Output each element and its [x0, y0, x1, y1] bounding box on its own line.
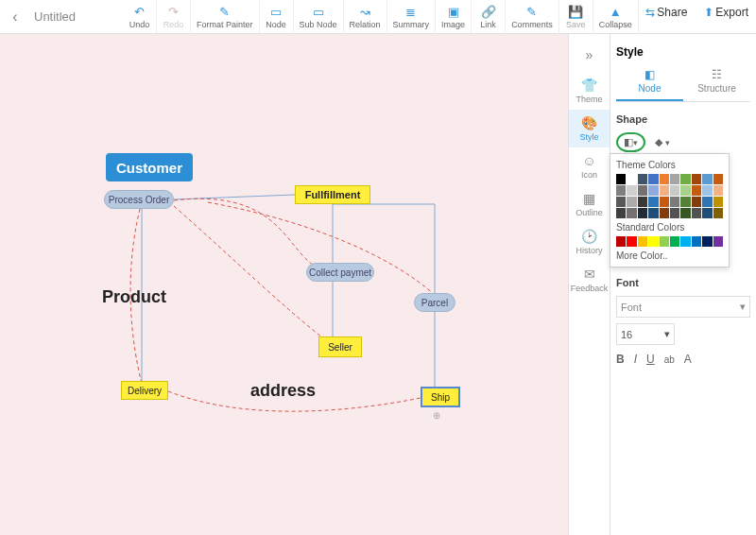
color-swatch[interactable] — [713, 197, 723, 207]
color-swatch[interactable] — [638, 197, 647, 207]
image-button[interactable]: ▣Image — [436, 0, 472, 34]
color-swatch[interactable] — [692, 208, 701, 218]
color-swatch[interactable] — [692, 197, 701, 207]
color-swatch[interactable] — [648, 236, 658, 247]
link-button[interactable]: 🔗Link — [472, 0, 506, 34]
bold-button[interactable]: B — [616, 353, 625, 366]
node-customer[interactable]: Customer — [106, 153, 193, 181]
relation-button[interactable]: ↝Relation — [344, 0, 387, 34]
format-painter-button[interactable]: ✎Format Painter — [191, 0, 260, 34]
color-swatch[interactable] — [627, 197, 636, 207]
color-swatch[interactable] — [648, 197, 658, 207]
color-swatch[interactable] — [680, 174, 690, 184]
node-collect-payment[interactable]: Collect paymet — [306, 263, 374, 282]
color-swatch[interactable] — [680, 185, 690, 196]
color-swatch[interactable] — [713, 208, 723, 218]
color-swatch[interactable] — [648, 208, 658, 218]
color-swatch[interactable] — [660, 185, 669, 196]
color-swatch[interactable] — [713, 185, 723, 196]
font-color-button[interactable]: A — [684, 353, 692, 366]
color-swatch[interactable] — [670, 208, 679, 218]
color-swatch[interactable] — [616, 185, 626, 196]
underline-button[interactable]: U — [646, 353, 655, 366]
color-swatch[interactable] — [638, 185, 647, 196]
color-swatch[interactable] — [616, 236, 626, 247]
node-fulfillment[interactable]: Fullfillment — [295, 185, 370, 204]
color-swatch[interactable] — [660, 236, 669, 247]
sidestrip-feedback[interactable]: ✉Feedback — [569, 261, 610, 299]
font-family-select[interactable]: Font▾ — [616, 296, 750, 318]
color-swatch[interactable] — [702, 185, 712, 196]
color-swatch[interactable] — [660, 174, 669, 184]
undo-button[interactable]: ↶Undo — [123, 0, 157, 34]
color-swatch[interactable] — [680, 236, 690, 247]
label-product[interactable]: Product — [102, 287, 166, 307]
node-button[interactable]: ▭Node — [260, 0, 294, 34]
more-color-button[interactable]: More Color.. — [616, 250, 723, 261]
color-swatch[interactable] — [660, 208, 669, 218]
color-swatch[interactable] — [702, 236, 712, 247]
sub-node-button[interactable]: ▭Sub Node — [294, 0, 344, 34]
node-seller[interactable]: Seller — [318, 337, 362, 357]
color-swatch[interactable] — [713, 236, 723, 247]
tab-node[interactable]: ◧Node — [616, 68, 683, 101]
color-swatch[interactable] — [660, 197, 669, 207]
tab-structure[interactable]: ☷Structure — [683, 68, 750, 101]
sidestrip-outline[interactable]: ▦Outline — [569, 185, 610, 223]
sidestrip-theme[interactable]: 👕Theme — [569, 72, 610, 110]
expand-panel-icon[interactable]: » — [586, 47, 593, 62]
color-swatch[interactable] — [670, 197, 679, 207]
sidestrip-icon[interactable]: ☺Icon — [569, 147, 610, 185]
document-title[interactable]: Untitled — [34, 9, 76, 24]
color-swatch[interactable] — [692, 185, 701, 196]
color-swatch[interactable] — [638, 236, 647, 247]
share-button[interactable]: ⇆Share — [645, 6, 687, 19]
border-color-button[interactable]: ◆ ▾ — [655, 136, 670, 148]
node-ship[interactable]: Ship — [421, 387, 460, 407]
strikethrough-button[interactable]: ab — [664, 354, 675, 365]
link-icon: 🔗 — [481, 5, 496, 19]
color-swatch[interactable] — [627, 174, 636, 184]
color-swatch[interactable] — [648, 174, 658, 184]
color-swatch[interactable] — [638, 174, 647, 184]
color-swatch[interactable] — [692, 236, 701, 247]
summary-icon: ≣ — [405, 5, 416, 19]
color-swatch[interactable] — [648, 185, 658, 196]
sidestrip-history[interactable]: 🕑History — [569, 223, 610, 261]
fill-color-button[interactable]: ◧ ▾ — [616, 132, 645, 152]
save-button[interactable]: 💾Save — [559, 0, 593, 34]
redo-button[interactable]: ↷Redo — [157, 0, 191, 34]
color-swatch[interactable] — [670, 236, 679, 247]
collapse-button[interactable]: ▲Collapse — [593, 0, 639, 34]
color-swatch[interactable] — [670, 174, 679, 184]
color-swatch[interactable] — [680, 197, 690, 207]
color-swatch[interactable] — [702, 197, 712, 207]
node-process-order[interactable]: Process Order — [104, 190, 174, 209]
color-swatch[interactable] — [638, 208, 647, 218]
color-swatch[interactable] — [702, 174, 712, 184]
summary-button[interactable]: ≣Summary — [387, 0, 437, 34]
comments-button[interactable]: ✎Comments — [506, 0, 559, 34]
color-swatch[interactable] — [702, 208, 712, 218]
sidestrip-style[interactable]: 🎨Style — [569, 110, 610, 147]
color-swatch[interactable] — [616, 208, 626, 218]
color-swatch[interactable] — [627, 208, 636, 218]
color-swatch[interactable] — [670, 185, 679, 196]
back-button[interactable]: ‹ — [0, 9, 30, 26]
export-button[interactable]: ⬆Export — [704, 6, 748, 19]
color-swatch[interactable] — [627, 185, 636, 196]
color-swatch[interactable] — [680, 208, 690, 218]
color-swatch[interactable] — [627, 236, 636, 247]
color-swatch[interactable] — [692, 174, 701, 184]
font-size-select[interactable]: 16▾ — [616, 323, 675, 345]
image-icon: ▣ — [448, 5, 459, 19]
add-node-icon[interactable]: ⊕ — [433, 410, 440, 421]
color-swatch[interactable] — [616, 174, 626, 184]
color-swatch[interactable] — [616, 197, 626, 207]
label-address[interactable]: address — [250, 381, 316, 401]
node-delivery[interactable]: Delivery — [121, 381, 168, 400]
diagram-canvas[interactable]: Customer Process Order Fullfillment Coll… — [0, 34, 568, 535]
italic-button[interactable]: I — [634, 353, 637, 366]
color-swatch[interactable] — [713, 174, 723, 184]
node-parcel[interactable]: Parcel — [414, 293, 455, 312]
